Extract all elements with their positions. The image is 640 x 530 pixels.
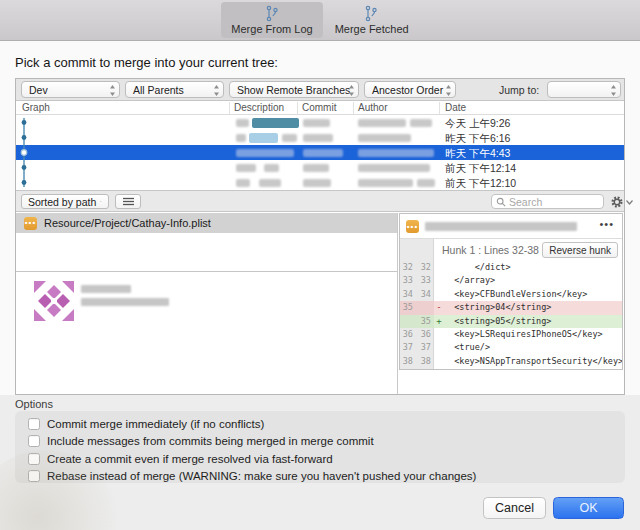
branch-badge (252, 118, 299, 128)
option-commit-immediately[interactable]: Commit merge immediately (if no conflict… (15, 415, 625, 433)
commit-rows: 今天 上午9:26 昨天 下午6:16 昨天 下午4:43 (16, 115, 624, 190)
cancel-button[interactable]: Cancel (483, 497, 546, 519)
page-title: Pick a commit to merge into your current… (15, 55, 278, 70)
branch-select-value: Dev (29, 84, 48, 96)
column-divider (439, 102, 440, 114)
parents-select[interactable]: All Parents (125, 81, 224, 98)
commit-date: 前天 下午12:14 (445, 162, 516, 176)
commit-row[interactable]: 昨天 下午6:16 (16, 130, 624, 145)
option-include-messages[interactable]: Include messages from commits being merg… (15, 433, 625, 451)
branch-select[interactable]: Dev (21, 81, 120, 98)
commit-details: Commit: c104bc87d204910336fafa667c85cfca… (16, 272, 397, 394)
checkbox[interactable] (28, 470, 40, 482)
option-label: Commit merge immediately (if no conflict… (47, 418, 264, 430)
diff-line: 3434 <key>CFBundleVersion</key> (400, 288, 622, 301)
actions-menu-button[interactable] (610, 195, 633, 209)
commit-date: 昨天 下午4:43 (445, 147, 510, 161)
panel-divider (397, 213, 398, 394)
column-header-commit[interactable]: Commit (302, 102, 336, 113)
filter-bar: Dev All Parents Show Remote Branches Anc… (16, 79, 624, 101)
tab-label: Merge From Log (231, 23, 312, 35)
column-divider (353, 102, 354, 114)
option-create-commit-ff[interactable]: Create a commit even if merge resolved v… (15, 450, 625, 468)
column-header-date[interactable]: Date (445, 102, 466, 113)
commit-log-panel: Dev All Parents Show Remote Branches Anc… (15, 78, 625, 395)
commit-date: 前天 下午12:10 (445, 177, 516, 191)
gear-icon (610, 195, 624, 209)
diff-line: 3333 </array> (400, 274, 622, 287)
sort-mode-button[interactable]: Sorted by path (21, 194, 109, 209)
order-select-value: Ancestor Order (372, 84, 443, 96)
window-toolbar: Merge From Log Merge Fetched (0, 0, 640, 41)
commit-graph-column (16, 115, 32, 190)
parents-select-value: All Parents (133, 84, 184, 96)
branch-badge (249, 133, 278, 143)
commit-row-selected[interactable]: 昨天 下午4:43 (16, 145, 624, 160)
remote-branches-select[interactable]: Show Remote Branches (229, 81, 359, 98)
file-path: Resource/Project/Cathay-Info.plist (44, 217, 211, 229)
column-header-author[interactable]: Author (358, 102, 387, 113)
modified-file-icon: ••• (406, 220, 419, 233)
hunk-title: Hunk 1 : Lines 32-38 (442, 244, 539, 256)
diff-file-header: ••• ••• (400, 214, 622, 239)
option-label: Rebase instead of merge (WARNING: make s… (47, 470, 476, 482)
checkbox[interactable] (28, 418, 40, 430)
commit-date: 今天 上午9:26 (445, 117, 510, 131)
more-options-icon[interactable]: ••• (599, 218, 614, 230)
commit-date: 昨天 下午6:16 (445, 132, 510, 146)
checkbox[interactable] (28, 435, 40, 447)
tab-label: Merge Fetched (335, 23, 409, 35)
sort-bar: Sorted by path (16, 190, 624, 212)
option-rebase-instead[interactable]: Rebase instead of merge (WARNING: make s… (15, 468, 625, 486)
search-input[interactable] (509, 196, 594, 208)
diff-line-removed: 35- <string>04</string> (400, 301, 622, 314)
diff-line: 3838 <key>NSAppTransportSecurity</key> (400, 355, 622, 368)
option-label: Create a commit even if merge resolved v… (47, 453, 333, 465)
search-icon (496, 197, 506, 207)
commit-graph-icon (363, 5, 380, 22)
sort-mode-label: Sorted by path (28, 196, 96, 208)
option-label: Include messages from commits being merg… (47, 435, 374, 447)
column-header-graph[interactable]: Graph (22, 102, 50, 113)
author-name-redacted (81, 285, 131, 293)
diff-line: 3636 <key>LSRequiresIPhoneOS</key> (400, 328, 622, 341)
checkbox[interactable] (28, 453, 40, 465)
diff-lines: 3232 </dict> 3333 </array> 3434 <key>CFB… (400, 261, 622, 368)
jump-to-select[interactable] (547, 81, 621, 98)
options-group: Commit merge immediately (if no conflict… (15, 411, 625, 483)
column-divider (297, 102, 298, 114)
dialog-body: Pick a commit to merge into your current… (0, 41, 640, 395)
merge-dialog: { "window": { "tabs": [ { "label": "Merg… (0, 0, 640, 530)
author-email-redacted (81, 298, 169, 306)
hunk-area: Hunk 1 : Lines 32-38 Reverse hunk 3232 <… (400, 239, 622, 369)
column-header-description[interactable]: Description (234, 102, 284, 113)
modified-file-icon: ••• (24, 217, 37, 230)
commit-graph-icon (264, 5, 281, 22)
stepper-icon (109, 85, 116, 96)
diff-line-added: 35+ <string>05</string> (400, 315, 622, 328)
diff-file-name-redacted (425, 222, 577, 231)
chevron-down-icon (626, 200, 633, 205)
remote-branches-select-value: Show Remote Branches (237, 84, 350, 96)
list-icon (123, 197, 134, 206)
chevron-down-icon (100, 199, 102, 204)
diff-panel: ••• ••• Hunk 1 : Lines 32-38 Reverse hun… (399, 213, 623, 370)
list-view-button[interactable] (115, 194, 141, 209)
tab-merge-fetched[interactable]: Merge Fetched (325, 2, 419, 38)
jump-to-label: Jump to: (499, 84, 539, 96)
search-field[interactable] (491, 194, 604, 209)
commit-row[interactable]: 前天 下午12:10 (16, 175, 624, 190)
tab-merge-from-log[interactable]: Merge From Log (221, 2, 322, 38)
reverse-hunk-button[interactable]: Reverse hunk (542, 242, 618, 258)
hunk-header: Hunk 1 : Lines 32-38 Reverse hunk (434, 239, 622, 261)
stepper-icon (348, 85, 355, 96)
avatar (34, 281, 74, 321)
file-row-selected[interactable]: ••• Resource/Project/Cathay-Info.plist (16, 213, 397, 233)
column-divider (229, 102, 230, 114)
log-table-header: Graph Description Commit Author Date (16, 101, 624, 115)
ok-button[interactable]: OK (553, 497, 624, 519)
diff-line: 3232 </dict> (400, 261, 622, 274)
commit-row[interactable]: 前天 下午12:14 (16, 160, 624, 175)
order-select[interactable]: Ancestor Order (364, 81, 456, 98)
commit-row[interactable]: 今天 上午9:26 (16, 115, 624, 130)
